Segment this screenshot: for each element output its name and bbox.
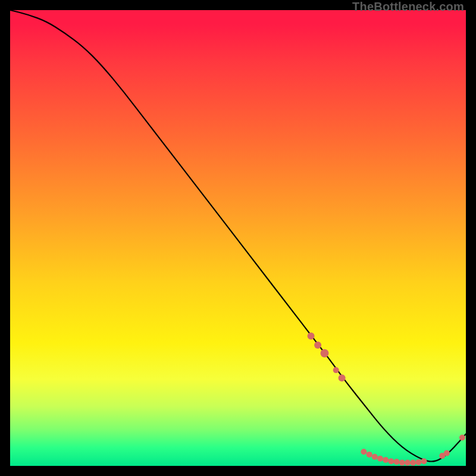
marker-group	[308, 333, 465, 466]
data-marker	[405, 460, 411, 466]
data-marker	[367, 452, 372, 458]
data-marker	[399, 460, 405, 466]
chart-svg	[10, 10, 466, 466]
data-marker	[383, 457, 389, 463]
data-marker	[415, 459, 421, 465]
bottleneck-curve	[10, 10, 466, 462]
data-marker	[444, 450, 450, 456]
data-marker	[339, 374, 346, 381]
data-marker	[388, 458, 394, 464]
data-marker	[308, 333, 315, 340]
data-marker	[459, 435, 465, 441]
data-marker	[377, 456, 383, 462]
data-marker	[421, 458, 427, 464]
data-marker	[314, 342, 321, 349]
data-marker	[321, 349, 329, 358]
data-marker	[361, 449, 367, 455]
data-marker	[372, 454, 378, 460]
data-marker	[333, 367, 339, 373]
data-marker	[410, 460, 416, 466]
data-marker	[394, 459, 400, 465]
